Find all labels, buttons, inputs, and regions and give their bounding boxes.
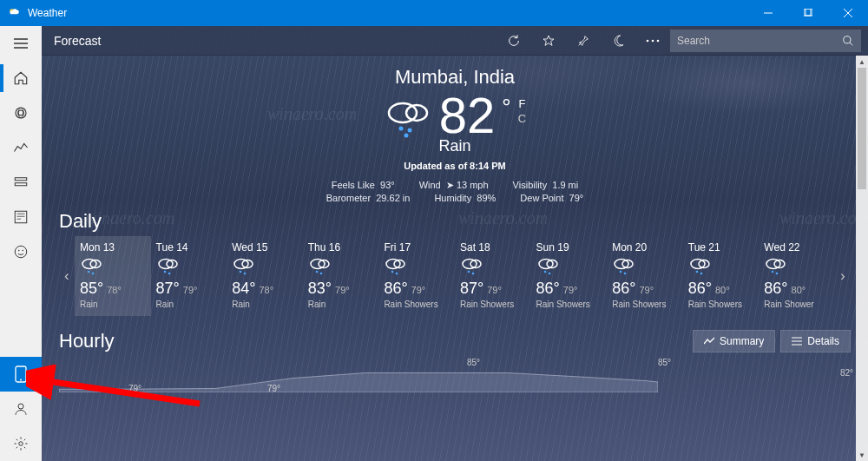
- daily-card[interactable]: Mon 2086°79°Rain Showers: [607, 236, 683, 316]
- hourly-temp-label: 85°: [467, 358, 480, 367]
- details-toggle[interactable]: Details: [780, 330, 851, 352]
- daily-card[interactable]: Wed 2286°80°Rain Shower: [759, 236, 835, 316]
- svg-point-25: [647, 39, 649, 42]
- hourly-temp-label: 85°: [658, 358, 671, 367]
- day-high: 86°: [764, 280, 787, 297]
- scroll-thumb[interactable]: [858, 68, 866, 189]
- stat-barometer: Barometer 29.62 in: [326, 193, 411, 203]
- day-condition: Rain Showers: [688, 300, 756, 309]
- sidebar-item-historical[interactable]: [0, 130, 42, 165]
- sidebar-item-forecast[interactable]: [0, 61, 42, 95]
- day-condition: Rain Shower: [764, 300, 832, 309]
- svg-point-22: [18, 404, 23, 409]
- svg-rect-2: [804, 9, 811, 16]
- daily-card[interactable]: Sat 1887°79°Rain Showers: [455, 236, 531, 316]
- current-temp: 82: [439, 90, 496, 141]
- maximize-button[interactable]: [788, 0, 828, 26]
- stat-wind: Wind ➤ 13 mph: [419, 180, 489, 191]
- condition-icon: [384, 97, 432, 139]
- svg-point-61: [543, 271, 546, 273]
- svg-point-57: [468, 271, 470, 273]
- daily-card[interactable]: Thu 1683°79°Rain: [303, 236, 379, 316]
- rain-icon: [232, 257, 299, 278]
- day-low: 79°: [411, 285, 426, 295]
- daily-card[interactable]: Tue 2186°80°Rain Showers: [683, 236, 760, 316]
- sidebar-item-mobile[interactable]: [0, 357, 42, 392]
- day-high: 86°: [384, 280, 407, 297]
- day-condition: Rain Showers: [536, 300, 604, 309]
- day-label: Wed 22: [764, 241, 832, 254]
- sidebar: [0, 26, 42, 461]
- unit-fahrenheit[interactable]: F: [518, 97, 526, 112]
- svg-point-33: [407, 128, 411, 133]
- day-condition: Rain: [156, 300, 224, 309]
- daily-prev-button[interactable]: ‹: [59, 236, 75, 316]
- sidebar-item-feedback[interactable]: [0, 234, 42, 269]
- day-condition: Rain Showers: [612, 300, 680, 309]
- rain-icon: [536, 257, 604, 278]
- day-label: Mon 20: [612, 241, 680, 254]
- favorite-button[interactable]: [531, 26, 566, 56]
- daily-card[interactable]: Mon 1385°78°Rain: [75, 236, 151, 316]
- search-input[interactable]: [677, 35, 842, 47]
- day-condition: Rain: [80, 300, 148, 309]
- daily-heading: Daily: [59, 210, 851, 233]
- rain-icon: [688, 257, 756, 278]
- close-button[interactable]: [828, 0, 868, 26]
- day-low: 79°: [487, 285, 502, 295]
- hourly-temp-label: 79°: [128, 384, 141, 393]
- rain-icon: [80, 257, 148, 278]
- unit-celsius[interactable]: C: [518, 112, 526, 127]
- svg-point-17: [15, 246, 27, 258]
- hourly-heading: Hourly: [59, 330, 687, 352]
- svg-line-29: [850, 42, 853, 45]
- vertical-scrollbar[interactable]: ▲ ▼: [856, 56, 868, 461]
- day-label: Sun 19: [536, 241, 604, 254]
- svg-point-38: [92, 273, 95, 275]
- day-low: 79°: [335, 285, 350, 295]
- theme-button[interactable]: [601, 26, 635, 56]
- page-title: Forecast: [49, 34, 101, 48]
- hourly-chart: 79°79°85°85°82°: [59, 358, 851, 401]
- scroll-up-button[interactable]: ▲: [856, 56, 868, 68]
- hamburger-button[interactable]: [0, 26, 42, 61]
- svg-point-23: [19, 442, 23, 446]
- chart-icon: [704, 337, 714, 346]
- sidebar-item-settings[interactable]: [0, 426, 42, 461]
- sidebar-item-maps[interactable]: [0, 95, 42, 130]
- stat-dewpoint: Dew Point 79°: [520, 193, 583, 203]
- app-icon: [0, 7, 28, 19]
- day-label: Mon 13: [80, 241, 148, 254]
- daily-card[interactable]: Tue 1487°79°Rain: [151, 236, 227, 316]
- svg-point-54: [396, 273, 398, 275]
- svg-point-66: [624, 273, 627, 275]
- daily-card[interactable]: Wed 1584°78°Rain: [227, 236, 303, 316]
- sidebar-item-favorites[interactable]: [0, 165, 42, 200]
- search-box[interactable]: [670, 30, 861, 52]
- daily-next-button[interactable]: ›: [835, 236, 851, 316]
- summary-toggle[interactable]: Summary: [693, 330, 775, 352]
- svg-point-9: [18, 110, 23, 115]
- day-label: Tue 21: [688, 241, 756, 254]
- hourly-temp-label: 79°: [267, 384, 280, 393]
- day-low: 80°: [792, 285, 806, 295]
- daily-card[interactable]: Fri 1786°79°Rain Showers: [378, 236, 455, 316]
- more-button[interactable]: [635, 26, 670, 56]
- day-high: 85°: [80, 280, 103, 297]
- day-high: 87°: [460, 280, 483, 297]
- day-label: Tue 14: [156, 241, 224, 254]
- day-high: 87°: [156, 280, 180, 297]
- sidebar-item-news[interactable]: [0, 200, 42, 234]
- day-label: Fri 17: [384, 241, 451, 254]
- pin-button[interactable]: [566, 26, 601, 56]
- refresh-button[interactable]: [496, 26, 531, 56]
- day-condition: Rain Showers: [384, 300, 451, 309]
- svg-point-73: [772, 271, 774, 273]
- daily-card[interactable]: Sun 1986°79°Rain Showers: [531, 236, 608, 316]
- sidebar-item-account[interactable]: [0, 392, 42, 426]
- scroll-down-button[interactable]: ▼: [856, 449, 868, 461]
- minimize-button[interactable]: [748, 0, 788, 26]
- day-low: 78°: [259, 285, 273, 295]
- svg-point-28: [844, 36, 851, 43]
- day-low: 78°: [107, 285, 122, 295]
